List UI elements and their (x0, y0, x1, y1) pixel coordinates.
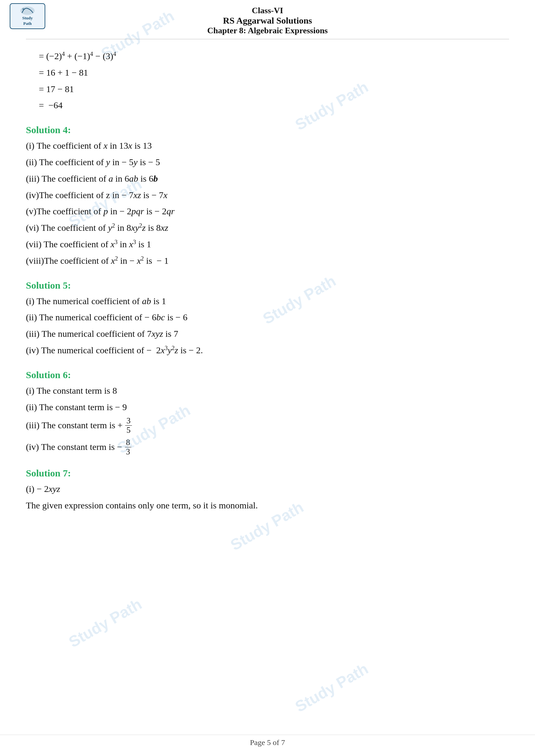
header-chapter: Chapter 8: Algebraic Expressions (26, 26, 509, 36)
sol6-item4: (iv) The constant term is − 8 3 (26, 438, 509, 456)
sol7-item1-desc: The given expression contains only one t… (26, 499, 509, 513)
sol6-item4-num: 8 (125, 438, 132, 447)
top-math-line4: = −64 (39, 98, 509, 113)
svg-point-1 (22, 8, 24, 10)
sol4-item8: (viii)The coefficient of x2 in − x2 is −… (26, 254, 509, 268)
solution7-heading: Solution 7: (26, 468, 509, 479)
page-wrapper: Study Path Study Path Study Path Study P… (0, 0, 535, 756)
solution4-heading: Solution 4: (26, 124, 509, 135)
header-class: Class-VI (26, 6, 509, 15)
solution6-heading: Solution 6: (26, 369, 509, 380)
sol7-item1-expr: (i) − 2xyz (26, 482, 509, 497)
sol6-item3: (iii) The constant term is + 3 5 (26, 416, 509, 434)
svg-point-0 (20, 7, 35, 15)
sol6-item4-prefix: (iv) The constant term is − (26, 440, 122, 454)
solution5-block: Solution 5: (i) The numerical coefficien… (26, 280, 509, 358)
sol5-item3: (iii) The numerical coefficient of 7xyz … (26, 327, 509, 341)
solution6-block: Solution 6: (i) The constant term is 8 (… (26, 369, 509, 456)
logo-text: Study (22, 15, 33, 21)
solution7-block: Solution 7: (i) − 2xyz The given express… (26, 468, 509, 513)
sol5-item4: (iv) The numerical coefficient of − 2x3y… (26, 343, 509, 358)
top-math-line2: = 16 + 1 − 81 (39, 66, 509, 80)
sol4-item1: (i) The coefficient of x in 13x is 13 (26, 139, 509, 153)
sol4-item6: (vi) The coefficient of y2 in 8xy2z is 8… (26, 221, 509, 235)
sol4-item5: (v)The coefficient of p in − 2pqr is − 2… (26, 204, 509, 219)
sol6-item3-prefix: (iii) The constant term is + (26, 418, 123, 433)
sol6-item3-den: 5 (125, 426, 132, 435)
sol4-item2: (ii) The coefficient of y in − 5y is − 5 (26, 155, 509, 170)
page-header: Class-VI RS Aggarwal Solutions Chapter 8… (26, 0, 509, 40)
logo-icon (19, 6, 36, 15)
sol6-item4-fraction: 8 3 (125, 438, 132, 456)
watermark-8: Study Path (292, 660, 371, 716)
top-math-line3: = 17 − 81 (39, 82, 509, 97)
top-math-line1: = (−2)4 + (−1)4 − (3)4 (39, 49, 509, 64)
solution5-heading: Solution 5: (26, 280, 509, 291)
sol6-item3-num: 3 (125, 416, 132, 426)
watermark-7: Study Path (66, 595, 145, 651)
header-title: RS Aggarwal Solutions (26, 15, 509, 26)
sol5-item1: (i) The numerical coefficient of ab is 1 (26, 294, 509, 309)
logo: Study Path (10, 3, 45, 29)
sol4-item3: (iii) The coefficient of a in 6ab is 6b (26, 172, 509, 186)
sol4-item4: (iv)The coefficient of z in − 7xz is − 7… (26, 188, 509, 202)
page-footer: Page 5 of 7 (0, 735, 535, 747)
sol6-item2: (ii) The constant term is − 9 (26, 400, 509, 415)
logo-text2: Path (23, 21, 32, 26)
sol6-item4-den: 3 (125, 447, 132, 456)
solution4-block: Solution 4: (i) The coefficient of x in … (26, 124, 509, 268)
sol6-item1: (i) The constant term is 8 (26, 384, 509, 398)
sol5-item2: (ii) The numerical coefficient of − 6bc … (26, 310, 509, 325)
sol4-item7: (vii) The coefficient of x3 in x3 is 1 (26, 237, 509, 252)
sol6-item3-fraction: 3 5 (125, 416, 132, 434)
page-number: Page 5 of 7 (250, 738, 285, 747)
top-math-block: = (−2)4 + (−1)4 − (3)4 = 16 + 1 − 81 = 1… (26, 49, 509, 113)
